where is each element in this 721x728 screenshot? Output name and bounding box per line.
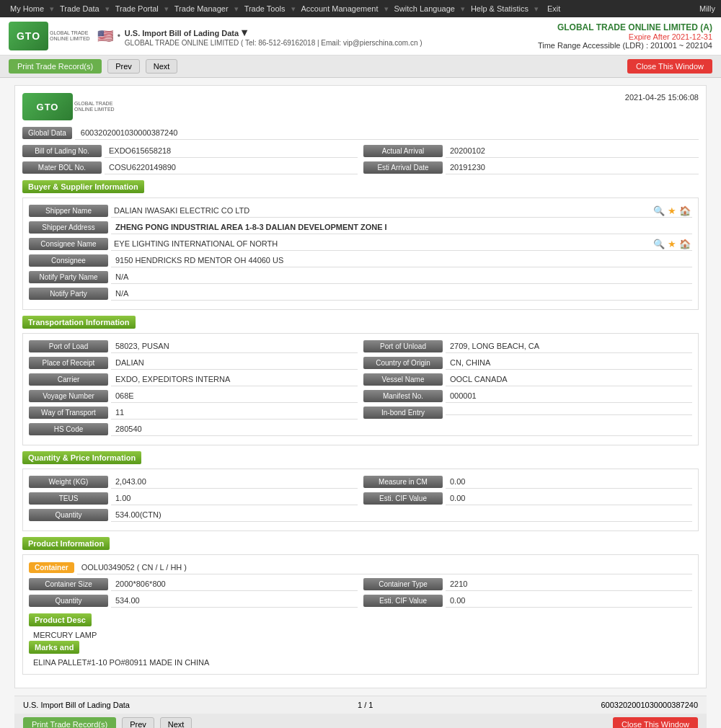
nav-exit[interactable]: Exit xyxy=(543,3,565,14)
quantity-price-header: Quantity & Price Information xyxy=(22,451,141,464)
quantity-price-section: Quantity & Price Information Weight (KG)… xyxy=(22,451,699,531)
hs-code-value: 280540 xyxy=(111,422,692,436)
shipper-name-label: Shipper Name xyxy=(29,205,108,217)
product-qty-value: 534.00 xyxy=(111,594,358,608)
container-type-value: 2210 xyxy=(446,577,692,591)
bottom-print-button[interactable]: Print Trade Record(s) xyxy=(23,717,116,728)
card-timestamp: 2021-04-25 15:06:08 xyxy=(625,93,699,102)
notify-party-name-label: Notify Party Name xyxy=(29,271,108,283)
nav-help-statistics[interactable]: Help & Statistics xyxy=(466,3,533,14)
shipper-name-value-wrap: DALIAN IWASAKI ELECTRIC CO LTD 🔍 ★ 🏠 xyxy=(111,204,692,218)
time-range: Time Range Accessible (LDR) : 201001 ~ 2… xyxy=(538,41,712,50)
nav-switch-language[interactable]: Switch Language xyxy=(390,3,459,14)
prev-button[interactable]: Prev xyxy=(107,59,140,74)
consignee-home-icon[interactable]: 🏠 xyxy=(679,239,691,249)
consignee-name-value: EYE LIGHTING INTERNATIONAL OF NORTH xyxy=(111,237,652,250)
bottom-bar: U.S. Import Bill of Lading Data 1 / 1 60… xyxy=(14,696,707,714)
product-esti-cif-label: Esti. CIF Value xyxy=(363,595,443,607)
bottom-prev-button[interactable]: Prev xyxy=(122,717,154,728)
esti-cif-label: Esti. CIF Value xyxy=(363,492,443,505)
record-card: GTO GLOBAL TRADEONLINE LIMITED 2021-04-2… xyxy=(14,85,707,688)
nav-trade-tools[interactable]: Trade Tools xyxy=(240,3,290,14)
mater-bol-value: COSU6220149890 xyxy=(105,161,358,174)
product-qty-cif-row: Quantity 534.00 Esti. CIF Value 0.00 xyxy=(29,594,692,608)
bill-actual-row: Bill of Lading No. EXDO615658218 Actual … xyxy=(22,144,699,158)
global-data-row: Global Data 6003202001030000387240 xyxy=(22,126,699,140)
consignee-search-icon[interactable]: 🔍 xyxy=(653,239,665,249)
bottom-next-button[interactable]: Next xyxy=(160,717,193,728)
product-qty-label: Quantity xyxy=(29,595,108,607)
bottom-close-button[interactable]: Close This Window xyxy=(613,717,698,728)
container-size-label: Container Size xyxy=(29,578,108,590)
container-size-value: 2000*806*800 xyxy=(111,577,358,591)
product-esti-cif-value: 0.00 xyxy=(446,594,692,608)
card-logo: GTO GLOBAL TRADEONLINE LIMITED xyxy=(22,93,115,120)
notify-party-name-value: N/A xyxy=(111,270,692,284)
product-desc-label: Product Desc xyxy=(29,613,92,626)
hs-code-label: HS Code xyxy=(29,423,108,435)
nav-account-management[interactable]: Account Management xyxy=(297,3,383,14)
shipper-star-icon[interactable]: ★ xyxy=(668,205,676,216)
mater-bol-label: Mater BOL No. xyxy=(22,161,102,174)
teus-label: TEUS xyxy=(29,492,108,505)
container-badge[interactable]: Container xyxy=(29,562,74,573)
logo-text: GLOBAL TRADEONLINE LIMITED xyxy=(50,30,90,43)
place-receipt-label: Place of Receipt xyxy=(29,357,108,369)
next-button[interactable]: Next xyxy=(146,59,178,74)
esti-arrival-label: Esti Arrival Date xyxy=(363,161,443,174)
teus-cif-row: TEUS 1.00 Esti. CIF Value 0.00 xyxy=(29,492,692,505)
shipper-address-label: Shipper Address xyxy=(29,221,108,234)
transportation-container: Port of Load 58023, PUSAN Port of Unload… xyxy=(22,333,699,445)
bill-of-lading-value: EXDO615658218 xyxy=(105,144,358,158)
esti-cif-value: 0.00 xyxy=(446,492,692,505)
header: GTO GLOBAL TRADEONLINE LIMITED 🇺🇸 • U.S.… xyxy=(0,17,721,56)
actual-arrival-label: Actual Arrival xyxy=(363,145,443,157)
nav-trade-portal[interactable]: Trade Portal xyxy=(111,3,163,14)
port-unload-label: Port of Unload xyxy=(363,340,443,352)
shipper-search-icon[interactable]: 🔍 xyxy=(653,205,665,216)
mater-esti-row: Mater BOL No. COSU6220149890 Esti Arriva… xyxy=(22,161,699,174)
notify-party-name-row: Notify Party Name N/A xyxy=(29,270,692,284)
vessel-name-label: Vessel Name xyxy=(363,373,443,386)
nav-trade-manager[interactable]: Trade Manager xyxy=(170,3,233,14)
port-unload-value: 2709, LONG BEACH, CA xyxy=(446,339,692,353)
nav-my-home[interactable]: My Home xyxy=(6,3,48,14)
bottom-record-type: U.S. Import Bill of Lading Data xyxy=(23,701,130,709)
close-window-button[interactable]: Close This Window xyxy=(627,59,712,74)
container-row: Container OOLU0349052 ( CN / L / HH ) xyxy=(29,561,692,574)
expire-info: Expire After 2021-12-31 xyxy=(538,32,712,41)
print-button[interactable]: Print Trade Record(s) xyxy=(9,59,102,74)
consignee-row: Consignee 9150 HENDRICKS RD MENTOR OH 44… xyxy=(29,254,692,267)
in-bond-entry-value xyxy=(446,410,692,415)
logo: GTO GLOBAL TRADEONLINE LIMITED xyxy=(9,22,90,50)
voyage-manifest-row: Voyage Number 068E Manifest No. 000001 xyxy=(29,389,692,403)
port-load-value: 58023, PUSAN xyxy=(111,339,358,353)
notify-party-label: Notify Party xyxy=(29,288,108,300)
hs-code-row: HS Code 280540 xyxy=(29,422,692,436)
way-transport-value: 11 xyxy=(111,406,358,420)
shipper-home-icon[interactable]: 🏠 xyxy=(679,205,691,216)
carrier-value: EXDO, EXPEDITORS INTERNA xyxy=(111,373,358,386)
company-name: GLOBAL TRADE ONLINE LIMITED (A) xyxy=(538,22,712,32)
carrier-vessel-row: Carrier EXDO, EXPEDITORS INTERNA Vessel … xyxy=(29,373,692,386)
port-load-label: Port of Load xyxy=(29,340,108,352)
marks-value: ELINA PALLET#1-10 PO#80911 MADE IN CHINA xyxy=(29,657,692,668)
transportation-section: Transportation Information Port of Load … xyxy=(22,316,699,445)
in-bond-entry-label: In-bond Entry xyxy=(363,407,443,419)
consignee-name-row: Consignee Name EYE LIGHTING INTERNATIONA… xyxy=(29,237,692,251)
nav-trade-data[interactable]: Trade Data xyxy=(56,3,104,14)
notify-party-row: Notify Party N/A xyxy=(29,287,692,301)
buyer-supplier-section: Buyer & Supplier Information Shipper Nam… xyxy=(22,180,699,310)
notify-party-value: N/A xyxy=(111,287,692,301)
header-dot: • xyxy=(118,31,120,41)
marks-label: Marks and xyxy=(29,641,79,654)
esti-arrival-col: Esti Arrival Date 20191230 xyxy=(363,161,699,174)
transport-inbond-row: Way of Transport 11 In-bond Entry xyxy=(29,406,692,420)
consignee-star-icon[interactable]: ★ xyxy=(668,239,676,249)
vessel-name-value: OOCL CANADA xyxy=(446,373,692,386)
quantity-price-container: Weight (KG) 2,043.00 Measure in CM 0.00 … xyxy=(22,469,699,531)
consignee-label: Consignee xyxy=(29,254,108,267)
card-top: GTO GLOBAL TRADEONLINE LIMITED 2021-04-2… xyxy=(22,93,699,120)
country-origin-label: Country of Origin xyxy=(363,357,443,369)
actual-arrival-value: 20200102 xyxy=(446,144,699,158)
